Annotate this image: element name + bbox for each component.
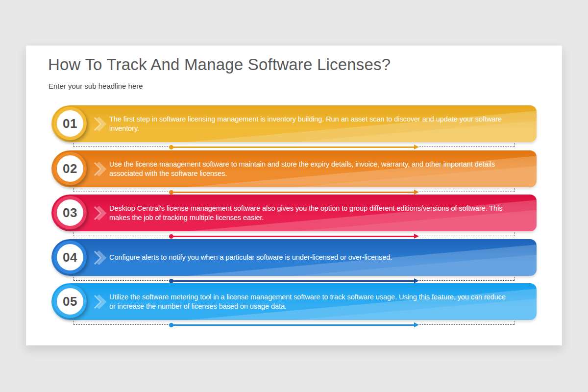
step-text: Utilize the software metering tool in a … (109, 283, 507, 320)
step-row-4: 04 Configure alerts to notify you when a… (26, 239, 562, 288)
step-number-badge: 03 (53, 196, 87, 229)
step-number-circle: 03 (57, 199, 83, 226)
timeline-arrow-line (171, 147, 415, 148)
step-row-5: 05 Utilize the software metering tool in… (26, 283, 562, 332)
step-row-3: 03 Desktop Central's license management … (26, 195, 562, 244)
step-text-content: Configure alerts to notify you when a pa… (109, 253, 392, 262)
step-number-circle: 04 (57, 244, 83, 270)
timeline-arrow-line (171, 236, 415, 237)
chevron-right-icon (93, 249, 107, 267)
step-row-1: 01 The first step in software licensing … (26, 105, 562, 154)
step-text-content: The first step in software licensing man… (109, 115, 507, 133)
step-text: The first step in software licensing man… (109, 105, 507, 142)
step-text: Use the license management software to m… (109, 150, 507, 187)
connector-tick-right (514, 232, 514, 236)
step-number: 01 (63, 116, 77, 131)
connector-tick-right (514, 143, 514, 147)
page-title: How To Track And Manage Software License… (48, 55, 391, 74)
step-number-circle: 02 (57, 155, 83, 182)
timeline-arrow-line (171, 280, 415, 282)
timeline-arrow-line (171, 324, 415, 326)
step-text-content: Use the license management software to m… (109, 160, 507, 178)
step-number: 04 (63, 250, 77, 265)
timeline-arrow-line (171, 192, 415, 193)
step-number: 05 (63, 294, 77, 309)
step-text-content: Desktop Central's license management sof… (109, 204, 507, 222)
chevron-right-icon (93, 204, 107, 222)
step-row-2: 02 Use the license management software t… (26, 150, 562, 199)
step-number-badge: 01 (53, 107, 87, 140)
step-number: 03 (63, 205, 77, 220)
step-number-circle: 05 (57, 288, 83, 315)
step-text: Desktop Central's license management sof… (109, 195, 507, 231)
page-subtitle: Enter your sub headline here (49, 82, 143, 90)
connector-tick-right (514, 188, 514, 192)
step-number: 02 (63, 161, 77, 176)
step-number-badge: 04 (53, 241, 87, 274)
step-number-badge: 05 (53, 285, 87, 318)
chevron-right-icon (93, 160, 107, 178)
slide-card: How To Track And Manage Software License… (26, 46, 562, 345)
step-text: Configure alerts to notify you when a pa… (109, 239, 507, 276)
connector-tick-right (514, 321, 514, 325)
chevron-right-icon (93, 293, 107, 311)
chevron-right-icon (93, 115, 107, 133)
connector-tick-right (514, 277, 514, 281)
step-number-circle: 01 (57, 110, 83, 137)
step-text-content: Utilize the software metering tool in a … (109, 293, 507, 311)
step-number-badge: 02 (53, 152, 87, 185)
